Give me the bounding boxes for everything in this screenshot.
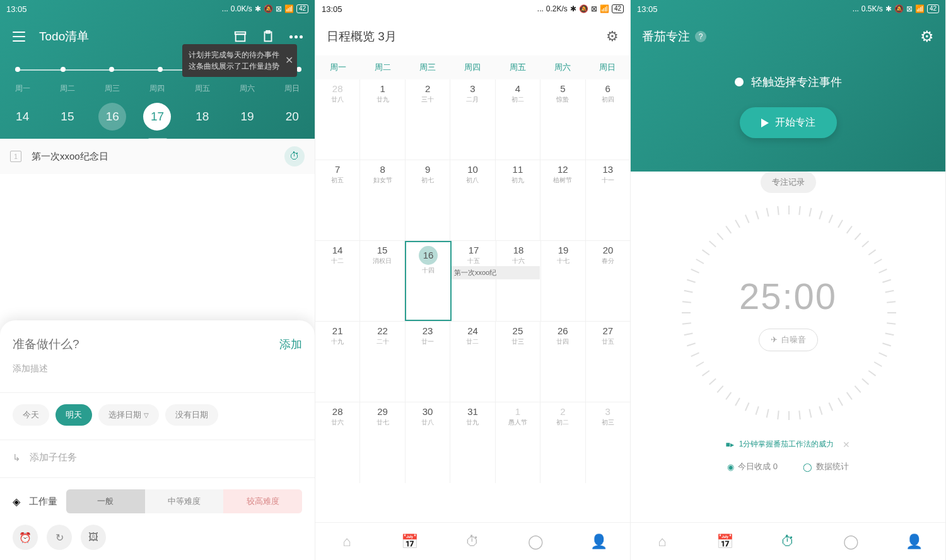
- nav-profile-icon[interactable]: 👤: [882, 523, 945, 560]
- calendar-cell[interactable]: 31廿九: [450, 402, 495, 483]
- video-icon: ■▸: [726, 440, 734, 449]
- nav-home-icon[interactable]: ⌂: [631, 523, 694, 560]
- calendar-cell[interactable]: 26廿四: [540, 322, 585, 402]
- data-stat[interactable]: ◯数据统计: [803, 461, 849, 472]
- calendar-cell[interactable]: 25廿三: [496, 322, 540, 402]
- calendar-cell[interactable]: 6初四: [586, 79, 630, 160]
- archive-icon[interactable]: [233, 29, 248, 44]
- calendar-cell[interactable]: 3二月: [450, 79, 495, 160]
- play-icon: [761, 119, 769, 127]
- page-title: Todo清单: [39, 28, 220, 45]
- date-strip[interactable]: 14 15 16 17 18 19 20: [0, 98, 315, 136]
- calendar-cell[interactable]: 23廿一: [406, 322, 450, 402]
- coin-icon: ◉: [727, 462, 734, 472]
- calendar-cell[interactable]: 7初五: [315, 160, 360, 240]
- drag-handle-icon[interactable]: [148, 138, 167, 140]
- calendar-cell[interactable]: 15消权日: [360, 241, 405, 321]
- more-icon[interactable]: [288, 29, 303, 44]
- calendar-cell[interactable]: 28廿八: [315, 79, 360, 160]
- chip-no-date[interactable]: 没有日期: [165, 404, 218, 426]
- repeat-icon[interactable]: ↻: [47, 525, 72, 550]
- calendar-cell[interactable]: 29廿七: [360, 402, 405, 483]
- nav-calendar-icon[interactable]: 📅: [378, 523, 441, 560]
- calendar-cell[interactable]: 27廿五: [586, 322, 630, 402]
- start-focus-button[interactable]: 开始专注: [740, 107, 837, 138]
- weekday-header: 周一周二周三周四周五周六周日: [315, 55, 630, 79]
- date-today: 16: [98, 103, 126, 131]
- nav-timer-icon[interactable]: ⏱: [441, 523, 505, 560]
- calendar-cell[interactable]: 8妇女节: [360, 160, 405, 240]
- clipboard-icon[interactable]: [260, 29, 276, 44]
- calendar-cell[interactable]: 2三十: [406, 79, 450, 160]
- calendar-cell[interactable]: 14十二: [315, 241, 360, 321]
- subtask-icon: ↳: [13, 452, 21, 464]
- calendar-cell[interactable]: 19十七: [541, 241, 586, 321]
- checkbox[interactable]: 1: [10, 151, 21, 162]
- status-bar: 13:05 ...0.5K/s✱🔕⊠📶42: [631, 0, 945, 18]
- status-bar: 13:05 ...0.0K/s✱🔕⊠📶42: [0, 0, 315, 18]
- calendar-cell[interactable]: 11初九: [496, 160, 540, 240]
- calendar-cell[interactable]: 3初三: [586, 402, 630, 483]
- status-bar: 13:05 ...0.2K/s✱🔕⊠📶42: [315, 0, 630, 18]
- calendar-cell[interactable]: 9初七: [406, 160, 450, 240]
- calendar-cell[interactable]: 1愚人节: [496, 402, 540, 483]
- nav-home-icon[interactable]: ⌂: [315, 523, 378, 560]
- nav-calendar-icon[interactable]: 📅: [694, 523, 757, 560]
- calendar-cell[interactable]: 24廿二: [450, 322, 495, 402]
- close-icon[interactable]: ✕: [843, 440, 850, 450]
- radio-icon: [735, 78, 744, 86]
- menu-icon[interactable]: [11, 29, 26, 44]
- todo-item[interactable]: 1 第一次xxoo纪念日 ⏱: [0, 139, 315, 174]
- select-event-button[interactable]: 轻触选择专注事件: [631, 74, 945, 90]
- chart-icon: ◯: [803, 462, 812, 472]
- calendar-grid[interactable]: 28廿八1廿九2三十3二月4初二5惊蛰6初四7初五8妇女节9初七10初八11初九…: [315, 79, 630, 483]
- calendar-cell[interactable]: 5惊蛰: [540, 79, 585, 160]
- add-subtask[interactable]: ↳ 添加子任务: [13, 452, 302, 464]
- nav-progress-icon[interactable]: ◯: [504, 523, 567, 560]
- nav-timer-icon[interactable]: ⏱: [757, 523, 820, 560]
- help-icon[interactable]: ?: [695, 31, 706, 42]
- nav-profile-icon[interactable]: 👤: [567, 523, 630, 560]
- calendar-cell[interactable]: 20春分: [586, 241, 630, 321]
- bottom-nav: ⌂ 📅 ⏱ ◯ 👤: [315, 522, 630, 560]
- image-icon[interactable]: 🖼: [81, 525, 106, 550]
- chip-pick-date[interactable]: 选择日期▽: [98, 404, 159, 426]
- calendar-cell[interactable]: 28廿六: [315, 402, 360, 483]
- chip-tomorrow[interactable]: 明天: [55, 404, 92, 426]
- calendar-cell[interactable]: 16十四: [405, 241, 452, 321]
- chip-today[interactable]: 今天: [13, 404, 49, 426]
- calendar-cell[interactable]: 4初二: [496, 79, 540, 160]
- calendar-cell[interactable]: 2初二: [540, 402, 585, 483]
- svg-rect-0: [236, 34, 245, 41]
- date-selected: 17: [143, 103, 171, 131]
- calendar-cell[interactable]: 1廿九: [360, 79, 405, 160]
- calendar-cell[interactable]: 17十五第一次xxoo纪: [452, 241, 496, 321]
- add-button[interactable]: 添加: [279, 337, 302, 352]
- page-title: 日程概览 3月: [327, 28, 397, 45]
- calendar-cell[interactable]: 22二十: [360, 322, 405, 402]
- timer-dial: 25:00 ✈ 白噪音: [631, 193, 945, 433]
- calendar-cell[interactable]: 30廿八: [406, 402, 450, 483]
- calendar-cell[interactable]: 13十一: [586, 160, 630, 240]
- timer-icon[interactable]: ⏱: [284, 146, 305, 166]
- focus-record-button[interactable]: 专注记录: [761, 172, 816, 193]
- gear-icon[interactable]: ⚙: [920, 28, 934, 45]
- workload-icon: ◈: [13, 496, 20, 508]
- harvest-stat[interactable]: ◉今日收成 0: [727, 461, 778, 472]
- calendar-cell[interactable]: 12植树节: [540, 160, 585, 240]
- difficulty-segment[interactable]: 一般 中等难度 较高难度: [66, 489, 302, 513]
- task-input[interactable]: [13, 337, 279, 351]
- gear-icon[interactable]: ⚙: [606, 28, 619, 45]
- close-icon[interactable]: ✕: [285, 53, 293, 68]
- add-task-sheet: 添加 添加描述 今天 明天 选择日期▽ 没有日期 ↳ 添加子任务 ◈ 工作量 一…: [0, 320, 315, 560]
- workload-label: 工作量: [29, 496, 57, 508]
- calendar-cell[interactable]: 21十九: [315, 322, 360, 402]
- chart-tooltip: 计划并完成每天的待办事件这条曲线展示了工作量趋势 ✕: [182, 44, 297, 77]
- calendar-cell[interactable]: 18十六: [496, 241, 541, 321]
- page-title: 番茄专注 ?: [642, 28, 706, 45]
- tip-banner[interactable]: ■▸ 1分钟掌握番茄工作法的威力 ✕: [631, 439, 945, 450]
- description-input[interactable]: 添加描述: [13, 363, 302, 375]
- calendar-cell[interactable]: 10初八: [450, 160, 495, 240]
- nav-progress-icon[interactable]: ◯: [819, 523, 882, 560]
- alarm-icon[interactable]: ⏰: [13, 525, 38, 550]
